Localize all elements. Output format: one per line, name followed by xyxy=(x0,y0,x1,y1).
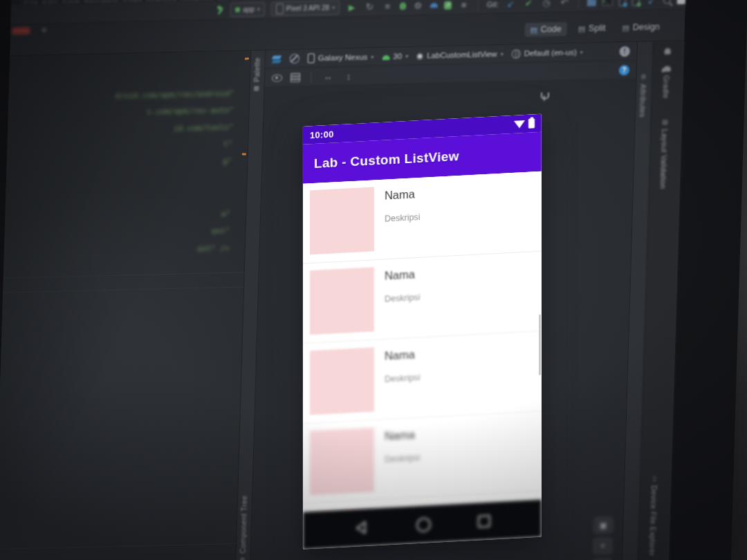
avd-manager-icon[interactable] xyxy=(632,0,640,6)
code-editor[interactable]: droid.com/apk/res/android"s.com/apk/res-… xyxy=(0,50,250,560)
palette-icon: ▦ xyxy=(253,85,259,92)
git-rollback-icon[interactable]: ↶ xyxy=(558,0,570,9)
tab-gradle[interactable]: Gradle xyxy=(662,66,671,98)
android-icon xyxy=(382,55,389,59)
code-lines-top: droid.com/apk/res/android"s.com/apk/res-… xyxy=(6,50,250,175)
chevron-down-icon: ▾ xyxy=(371,54,374,60)
run-config-select[interactable]: app ▾ xyxy=(230,2,265,17)
mode-icon: ▤ xyxy=(578,24,585,33)
home-icon[interactable] xyxy=(416,517,431,532)
search-icon[interactable] xyxy=(663,0,671,4)
component-tree-icon: ◍ xyxy=(239,557,246,560)
theme-select[interactable]: ◉ LabCustomListView ▾ xyxy=(416,49,504,61)
file-tab[interactable] xyxy=(12,27,30,35)
list-item[interactable]: Nama Deskripsi xyxy=(303,252,542,344)
git-history-icon[interactable]: ◷ xyxy=(540,0,552,9)
notifications-icon[interactable] xyxy=(665,48,671,54)
tab-layout-validation[interactable]: ▤ Layout Validation xyxy=(659,119,670,189)
chevron-down-icon: ▾ xyxy=(405,53,408,59)
item-title: Nama xyxy=(385,187,415,202)
profiler-gauge-icon[interactable] xyxy=(430,3,438,8)
tab-attributes[interactable]: ⚙ Attributes xyxy=(638,73,648,118)
wrench-icon[interactable] xyxy=(541,92,549,99)
editor-mode-switcher: ▤ Code ▤ Split ▤ Design xyxy=(524,20,665,37)
editor-separator xyxy=(3,272,244,279)
blueprint-list-icon[interactable] xyxy=(290,73,300,82)
device-manager-icon[interactable] xyxy=(618,0,626,6)
recents-icon[interactable] xyxy=(478,515,490,528)
profile-button[interactable]: ↗ xyxy=(444,1,452,9)
design-surface[interactable]: 10:00 Lab - Custom ListView xyxy=(250,80,636,560)
device-for-preview-select[interactable]: Galaxy Nexus ▾ xyxy=(308,52,374,63)
zoom-fit-button[interactable]: ▣ xyxy=(593,517,614,534)
pan-vertical-icon[interactable]: ↕ xyxy=(342,70,356,82)
toolbar-separator xyxy=(478,0,479,10)
design-surface-icon[interactable] xyxy=(273,55,282,63)
list-item[interactable]: Nama Deskripsi xyxy=(303,332,542,424)
layout-validation-icon: ▤ xyxy=(662,119,668,126)
tab-device-file-explorer[interactable]: ▯ Device File Explorer xyxy=(648,475,658,556)
device-select[interactable]: Pixel 3 API 28 ▾ xyxy=(271,0,340,16)
zoom-in-button[interactable]: + xyxy=(593,538,613,555)
zoom-controls: ▣ + − xyxy=(592,517,613,560)
api-level-select[interactable]: 30 ▾ xyxy=(382,52,408,61)
locale-select[interactable]: Default (en-us) ▾ xyxy=(511,48,582,58)
toolbar-separator xyxy=(578,0,579,8)
image-placeholder xyxy=(310,187,374,254)
apply-changes-icon[interactable]: ↻ xyxy=(364,1,376,13)
phone-preview[interactable]: 10:00 Lab - Custom ListView xyxy=(303,114,542,550)
disable-tools-icon[interactable] xyxy=(290,54,299,64)
pan-horizontal-icon[interactable]: ↔ xyxy=(322,71,335,83)
theme-icon: ◉ xyxy=(416,51,423,61)
help-badge[interactable]: ? xyxy=(619,64,629,75)
list-item[interactable]: Nama Deskripsi xyxy=(303,412,542,505)
status-time: 10:00 xyxy=(310,129,334,140)
item-description: Deskripsi xyxy=(385,292,420,304)
item-title: Nama xyxy=(385,268,415,282)
image-placeholder xyxy=(310,427,374,495)
run-button[interactable]: ▶ xyxy=(346,1,358,13)
listview[interactable]: Nama Deskripsi Nama Deskripsi xyxy=(303,171,542,512)
code-lines-bottom: w"ent"ent" /> xyxy=(4,205,246,261)
stop-icon[interactable]: ■ xyxy=(458,0,470,11)
back-icon[interactable] xyxy=(354,521,369,535)
terminal-icon[interactable]: ▸_ xyxy=(602,0,613,6)
attach-debugger-icon[interactable]: ⚙ xyxy=(412,0,424,12)
run-coverage-icon[interactable]: ≡ xyxy=(381,0,393,12)
gradle-elephant-icon xyxy=(663,66,670,72)
list-item[interactable]: Nama Deskripsi xyxy=(303,171,542,264)
editor-mode-tab[interactable]: ▤ Code xyxy=(524,22,567,37)
build-hammer-icon[interactable] xyxy=(216,6,225,15)
tab-palette[interactable]: ▦ Palette xyxy=(252,57,261,93)
tab-component-tree[interactable]: ◍ Component Tree xyxy=(238,496,248,560)
warning-stripe-marker[interactable] xyxy=(245,57,249,59)
project-structure-icon[interactable] xyxy=(587,0,596,6)
git-commit-icon[interactable]: ✔ xyxy=(523,0,535,10)
editor-separator xyxy=(3,287,243,293)
wifi-icon xyxy=(514,120,525,129)
debug-bug-icon[interactable] xyxy=(399,2,406,10)
warning-stripe-marker[interactable] xyxy=(242,153,246,155)
chevron-down-icon: ▾ xyxy=(580,49,583,55)
app-bar-title: Lab - Custom ListView xyxy=(314,149,459,171)
toolbar-separator xyxy=(311,71,311,82)
warning-badge[interactable]: ! xyxy=(620,46,630,56)
sdk-manager-icon[interactable]: ↙ xyxy=(645,0,657,7)
mode-icon: ▤ xyxy=(530,25,537,34)
photo-background: File Edit View Navigate Code Analyze Ref… xyxy=(0,0,747,560)
window-icon[interactable] xyxy=(676,0,685,4)
image-placeholder xyxy=(310,267,374,335)
editor-mode-tab[interactable]: ▤ Split xyxy=(572,21,611,35)
design-pane: Galaxy Nexus ▾ 30 ▾ ◉ LabCustomListView … xyxy=(250,42,637,560)
view-options-eye-icon[interactable] xyxy=(272,74,282,82)
git-label: Git: xyxy=(487,0,499,8)
git-update-icon[interactable]: ↙ xyxy=(505,0,517,10)
chevron-down-icon: ▾ xyxy=(501,50,504,57)
item-title: Nama xyxy=(385,428,415,442)
run-config-icon xyxy=(235,8,240,12)
editor-separator xyxy=(0,543,236,550)
device-file-explorer-icon: ▯ xyxy=(652,475,656,482)
editor-mode-tab[interactable]: ▤ Design xyxy=(616,20,665,35)
device-icon xyxy=(276,3,284,14)
list-scrollbar[interactable] xyxy=(539,315,541,375)
